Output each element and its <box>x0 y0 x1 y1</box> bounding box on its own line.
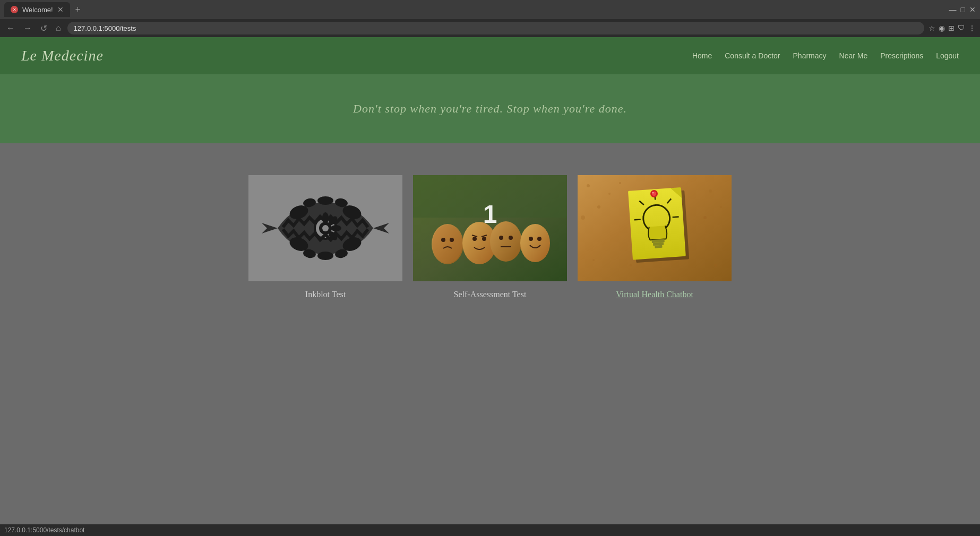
eggs-svg: 1 <box>413 175 567 281</box>
shield-icon[interactable]: 🛡 <box>958 24 965 32</box>
svg-point-34 <box>537 237 541 241</box>
tab-title: Welcome! <box>22 6 53 14</box>
browser-chrome: ✕ Welcome! ✕ + — □ ✕ ← → ↺ ⌂ ☆ ◉ ⊞ 🛡 ⋮ <box>0 0 980 37</box>
status-url: 127.0.0.1:5000/tests/chatbot <box>4 526 84 534</box>
svg-rect-50 <box>628 187 686 260</box>
svg-rect-55 <box>655 245 662 248</box>
svg-point-47 <box>630 264 632 266</box>
website: Le Medecine Home Consult a Doctor Pharma… <box>0 37 980 409</box>
svg-point-22 <box>433 225 462 263</box>
browser-right-icons: ☆ ◉ ⊞ 🛡 ⋮ <box>929 24 976 33</box>
svg-line-60 <box>634 219 641 220</box>
nav-home[interactable]: Home <box>692 51 712 60</box>
inkblot-image <box>248 175 402 281</box>
inkblot-svg <box>248 175 402 281</box>
url-input[interactable] <box>67 22 924 34</box>
svg-point-41 <box>581 215 585 220</box>
svg-point-45 <box>592 259 595 261</box>
main-content: Inkblot Test <box>0 143 980 409</box>
extensions-button[interactable]: ⊞ <box>948 24 955 33</box>
navbar: Le Medecine Home Consult a Doctor Pharma… <box>0 37 980 74</box>
inkblot-card[interactable]: Inkblot Test <box>243 165 408 310</box>
minimize-button[interactable]: — <box>949 5 957 14</box>
nav-near-me[interactable]: Near Me <box>839 51 868 60</box>
navbar-links: Home Consult a Doctor Pharmacy Near Me P… <box>692 51 959 60</box>
svg-point-24 <box>450 238 454 242</box>
chatbot-card[interactable]: Virtual Health Chatbot <box>572 165 737 310</box>
svg-point-23 <box>441 238 445 242</box>
svg-point-40 <box>619 182 621 184</box>
svg-point-42 <box>709 189 712 193</box>
new-tab-button[interactable]: + <box>72 4 84 15</box>
svg-point-37 <box>587 184 590 187</box>
reload-button[interactable]: ↺ <box>38 22 49 34</box>
cork-board-svg <box>578 175 732 281</box>
tab-close-button[interactable]: ✕ <box>57 5 64 14</box>
svg-text:1: 1 <box>483 200 497 228</box>
svg-point-17 <box>331 225 341 231</box>
self-assessment-label: Self-Assessment Test <box>454 290 527 299</box>
svg-point-48 <box>672 269 675 272</box>
eggs-scene: 1 <box>413 175 567 281</box>
svg-point-33 <box>529 237 533 241</box>
tab-favicon: ✕ <box>11 6 18 13</box>
bookmark-button[interactable]: ☆ <box>929 24 935 33</box>
nav-logout[interactable]: Logout <box>936 51 959 60</box>
forward-button[interactable]: → <box>21 22 34 34</box>
svg-point-46 <box>714 264 717 267</box>
nav-prescriptions[interactable]: Prescriptions <box>880 51 923 60</box>
svg-point-29 <box>499 236 503 240</box>
maximize-button[interactable]: □ <box>961 5 965 14</box>
svg-point-32 <box>520 224 550 262</box>
home-button[interactable]: ⌂ <box>54 22 63 34</box>
inkblot-label: Inkblot Test <box>305 290 346 299</box>
svg-point-44 <box>703 216 707 219</box>
chatbot-image <box>578 175 732 281</box>
brand-logo[interactable]: Le Medecine <box>21 47 104 64</box>
cork-scene <box>578 175 732 281</box>
svg-point-14 <box>322 225 329 231</box>
svg-line-59 <box>673 217 679 217</box>
svg-point-8 <box>317 252 333 260</box>
menu-button[interactable]: ⋮ <box>968 24 976 33</box>
browser-tab[interactable]: ✕ Welcome! ✕ <box>4 2 70 17</box>
svg-point-38 <box>608 193 611 195</box>
nav-consult[interactable]: Consult a Doctor <box>725 51 780 60</box>
browser-tab-bar: ✕ Welcome! ✕ + — □ ✕ <box>0 0 980 19</box>
nav-pharmacy[interactable]: Pharmacy <box>793 51 827 60</box>
hero-banner: Don't stop when you're tired. Stop when … <box>0 74 980 143</box>
status-bar: 127.0.0.1:5000/tests/chatbot <box>0 524 980 536</box>
svg-point-39 <box>597 205 600 209</box>
svg-point-3 <box>317 196 333 205</box>
svg-point-30 <box>509 236 513 240</box>
back-button[interactable]: ← <box>4 22 17 34</box>
profile-button[interactable]: ◉ <box>939 24 945 33</box>
chatbot-label: Virtual Health Chatbot <box>616 290 693 299</box>
self-assessment-card[interactable]: 1 Self-Assessment Test <box>408 165 572 310</box>
self-assessment-image: 1 <box>413 175 567 281</box>
svg-point-26 <box>472 237 477 241</box>
svg-point-63 <box>652 192 654 194</box>
hero-quote: Don't stop when you're tired. Stop when … <box>353 102 627 116</box>
browser-address-bar: ← → ↺ ⌂ ☆ ◉ ⊞ 🛡 ⋮ <box>0 19 980 37</box>
svg-point-43 <box>720 206 722 208</box>
svg-point-27 <box>482 237 486 241</box>
cards-container: Inkblot Test <box>32 165 948 310</box>
close-window-button[interactable]: ✕ <box>969 5 976 14</box>
chatbot-link[interactable]: Virtual Health Chatbot <box>616 290 693 299</box>
